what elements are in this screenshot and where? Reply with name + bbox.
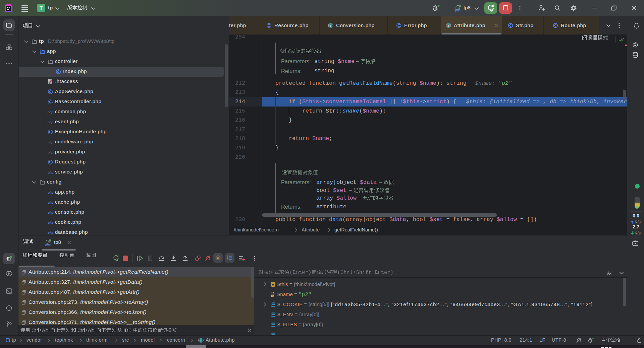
svg-text:T: T: [447, 24, 449, 27]
svg-text:php: php: [48, 170, 53, 174]
svg-text:php: php: [45, 243, 51, 246]
svg-text:C: C: [217, 257, 219, 260]
svg-text:T: T: [200, 339, 202, 342]
svg-text:php: php: [48, 150, 53, 154]
svg-text:php: php: [48, 221, 53, 224]
svg-text:php: php: [48, 110, 53, 114]
svg-text:php: php: [48, 191, 53, 194]
svg-text:php: php: [48, 231, 53, 234]
svg-text:php: php: [48, 201, 53, 204]
svg-text:php: php: [48, 140, 53, 144]
svg-text:php: php: [48, 211, 53, 214]
svg-text:php: php: [48, 120, 53, 124]
svg-text:T: T: [330, 24, 332, 27]
svg-text:3: 3: [271, 326, 272, 327]
svg-text:01: 01: [271, 295, 275, 297]
svg-text:3: 3: [271, 305, 272, 307]
svg-text:3: 3: [227, 259, 228, 261]
svg-text:php: php: [455, 8, 461, 12]
svg-text:3: 3: [271, 316, 272, 317]
